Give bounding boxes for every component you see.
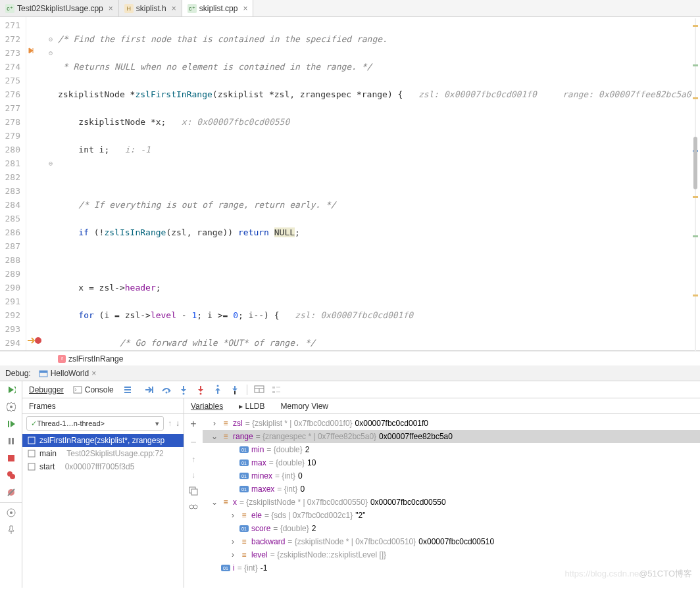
var-row[interactable]: ›≡ backward = {zskiplistNode * | 0x7fbc0… [203,535,700,548]
run-to-cursor-button[interactable] [230,385,240,395]
stop-button[interactable] [0,450,22,467]
svg-rect-36 [28,450,35,457]
step-over-button[interactable] [161,385,172,395]
chevron-icon[interactable]: › [211,419,218,428]
view-breakpoints-button[interactable] [0,467,22,484]
close-icon[interactable]: × [172,4,176,13]
memory-view-tab[interactable]: Memory View [281,402,328,411]
var-row[interactable]: 01 min = {double} 2 [203,443,700,456]
obj-icon: ≡ [239,550,249,559]
svg-rect-7 [8,455,14,461]
var-row[interactable]: 01 max = {double} 10 [203,456,700,469]
step-out-button[interactable] [213,385,223,395]
down-button[interactable]: ↓ [191,471,195,480]
tab-test02[interactable]: c⁺ Test02SkiplistUsage.cpp × [0,0,119,16]
variables-tab[interactable]: Variables [191,402,223,411]
var-row[interactable]: ›≡ zsl = {zskiplist * | 0x7fbc0cd001f0} … [203,417,700,430]
debug-view-tabs: Debugger Console [22,381,132,398]
evaluate-button[interactable] [254,385,264,395]
trace-button[interactable] [271,385,282,395]
frame-icon [28,450,36,458]
layout-settings-button[interactable] [0,504,22,521]
close-icon[interactable]: × [243,4,247,13]
obj-icon: ≡ [239,511,249,520]
svg-rect-35 [28,437,35,444]
thread-selector[interactable]: ✓ Thread-1…n-thread>▾ [26,416,164,431]
vars-toolbar: + − ↑ ↓ [184,414,203,572]
console-tab[interactable]: Console [73,385,114,394]
resume-button[interactable] [0,415,22,433]
obj-icon: ≡ [221,498,230,507]
svg-point-21 [182,392,184,394]
svg-rect-5 [9,438,11,444]
lldb-tab[interactable]: ▸ LLDB [239,402,264,411]
svg-point-0 [35,337,41,344]
remove-watch-button[interactable]: − [190,436,196,448]
cpp-icon: c⁺ [5,4,14,13]
force-step-into-button[interactable] [195,385,206,395]
breadcrumb-fn[interactable]: zslFirstInRange [68,354,123,364]
mute-breakpoints-button[interactable] [0,484,22,501]
chevron-icon[interactable]: ⌄ [211,432,218,441]
chevron-icon[interactable]: › [229,537,237,546]
var-row[interactable]: 01 score = {double} 2 [203,522,700,535]
prim-icon: 01 [239,473,249,479]
prim-icon: 01 [239,446,249,453]
close-icon[interactable]: × [109,4,113,13]
debug-config-tab[interactable]: HelloWorld × [39,369,96,378]
debug-left-toolbar [0,381,22,588]
next-frame-button[interactable]: ↓ [176,419,180,428]
rerun-button[interactable] [0,381,22,398]
marker-gutter [26,17,46,350]
debugger-tab[interactable]: Debugger [29,385,64,394]
frame-item[interactable]: zslFirstInRange(zskiplist*, zrangesp [22,434,184,447]
step-into-button[interactable] [178,385,189,395]
chevron-icon[interactable]: › [229,511,237,520]
editor-scrollbar[interactable] [692,18,699,351]
frame-icon [28,436,36,444]
svg-rect-32 [272,391,275,393]
obj-icon: ≡ [221,419,230,428]
step-toolbar [132,381,282,398]
code-editor[interactable]: 271272273274 275276277278 279280281282 2… [0,17,700,351]
svg-point-3 [10,406,12,408]
svg-point-40 [189,505,193,509]
code-area[interactable]: /* Find the first node that is contained… [55,17,700,350]
var-row[interactable]: 01 minex = {int} 0 [203,469,700,483]
svg-point-9 [10,474,15,479]
var-row[interactable]: 01 maxex = {int} 0 [203,483,700,496]
var-row[interactable]: ⌄≡ x = {zskiplistNode * | 0x7fbc0cd00550… [203,496,700,509]
settings-button[interactable] [0,398,22,415]
close-icon[interactable]: × [91,369,96,378]
frame-item[interactable]: main Test02SkiplistUsage.cpp:72 [22,447,184,460]
svg-point-41 [193,505,197,509]
variables-tree[interactable]: ›≡ zsl = {zskiplist * | 0x7fbc0cd001f0} … [203,414,700,572]
var-row[interactable]: ⌄≡ range = {zrangespec * | 0x7ffee82bc5a… [203,430,700,443]
threads-icon[interactable] [123,385,132,394]
chevron-icon[interactable]: › [229,550,237,559]
show-watches-button[interactable] [189,502,198,511]
debug-header: Debug: HelloWorld × [0,365,700,381]
duplicate-button[interactable] [189,486,198,496]
pause-button[interactable] [0,433,22,450]
var-row[interactable]: ›≡ level = {zskiplistNode::zskiplistLeve… [203,548,700,561]
h-icon: H [124,4,134,13]
frame-item[interactable]: start 0x00007fff7005f3d5 [22,460,184,473]
tab-skiplist-cpp[interactable]: c⁺ skiplist.cpp × [182,0,254,16]
add-watch-button[interactable]: + [190,418,196,430]
var-row[interactable]: ›≡ ele = {sds | 0x7fbc0cd002c1} "2" [203,509,700,522]
prim-icon: 01 [221,565,230,571]
pin-button[interactable] [0,521,22,538]
modified-icon [28,46,37,55]
tab-skiplist-h[interactable]: H skiplist.h × [119,0,182,16]
svg-rect-4 [8,421,9,427]
up-button[interactable]: ↑ [191,455,195,464]
breadcrumb: f zslFirstInRange [0,351,700,365]
tab-label: skiplist.h [136,4,166,13]
tab-label: Test02SkiplistUsage.cpp [17,4,103,13]
svg-point-13 [10,511,12,514]
chevron-icon[interactable]: ⌄ [211,498,218,507]
prev-frame-button[interactable]: ↑ [168,419,172,428]
show-exec-point-button[interactable] [144,385,155,395]
svg-point-25 [216,385,218,387]
